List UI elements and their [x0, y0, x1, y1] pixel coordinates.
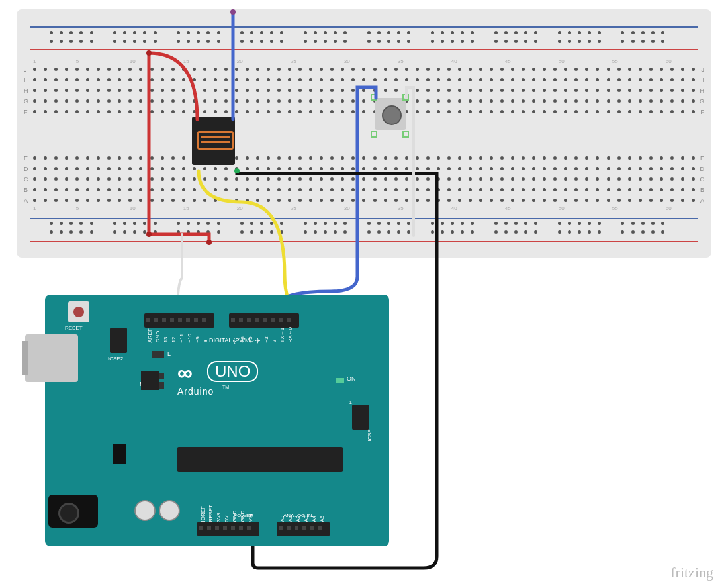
relay-coil-icon — [197, 131, 234, 150]
pushbutton-leg — [402, 131, 409, 138]
breadboard: AABBCCDDEEFFGGHHIIJJ11551010151520202525… — [17, 9, 711, 258]
icsp-pin1: 1 — [349, 399, 352, 405]
barrel-jack — [48, 495, 98, 528]
col-number: 50 — [559, 58, 565, 64]
col-number: 20 — [237, 205, 243, 211]
on-label: ON — [347, 375, 356, 382]
digital-label: DIGITAL (PWM=~) — [209, 337, 259, 344]
col-number: 20 — [237, 58, 243, 64]
pin-IOREF[interactable]: IOREF — [197, 522, 205, 536]
l-label: L — [167, 350, 171, 357]
row-label: G — [700, 98, 704, 105]
row-label: J — [702, 66, 705, 73]
reset-label: RESET — [65, 325, 83, 331]
col-number: 5 — [76, 205, 79, 211]
capacitor — [159, 500, 180, 521]
col-number: 15 — [183, 58, 189, 64]
col-number: 10 — [130, 58, 136, 64]
col-number: 40 — [451, 205, 457, 211]
pin-~9[interactable]: ~9 — [192, 313, 200, 328]
pin-A1[interactable]: A1 — [285, 522, 293, 536]
pin-13[interactable]: 13 — [160, 313, 168, 328]
pin-2[interactable]: 2 — [269, 313, 277, 328]
col-number: 10 — [130, 205, 136, 211]
pin-~5[interactable]: ~5 — [245, 313, 253, 328]
pushbutton-leg — [371, 131, 377, 138]
row-label: B — [700, 187, 704, 193]
col-number: 30 — [344, 58, 350, 64]
pushbutton-leg — [402, 94, 409, 101]
digital-header-upper: AREFGND1312~11~10~98 — [144, 313, 214, 328]
tm-label: TM — [222, 385, 229, 389]
rail-bot-pos — [30, 241, 698, 242]
row-label: I — [702, 77, 704, 83]
analog-header: A0A1A2A3A4A5 — [277, 522, 330, 536]
relay-component — [192, 117, 235, 165]
col-number: 5 — [76, 58, 79, 64]
row-label: D — [24, 166, 28, 172]
pin-VIN[interactable]: VIN — [245, 522, 253, 536]
pin-A2[interactable]: A2 — [293, 522, 300, 536]
pin-12[interactable]: 12 — [168, 313, 176, 328]
col-number: 55 — [612, 58, 618, 64]
capacitor — [134, 500, 156, 521]
row-label: F — [701, 109, 705, 115]
col-number: 25 — [291, 205, 296, 211]
arduino-uno-board: RESET ICSP2 AREFGND1312~11~10~98 7~6~54~… — [45, 295, 389, 546]
pin-A3[interactable]: A3 — [300, 522, 308, 536]
pin-A0[interactable]: A0 — [277, 522, 285, 536]
pin-7[interactable]: 7 — [229, 313, 237, 328]
usb-port — [25, 334, 78, 382]
col-number: 40 — [451, 58, 457, 64]
icsp-header — [352, 405, 369, 430]
pin-TX→1[interactable]: TX→1 — [277, 313, 285, 328]
rail-bot-neg — [30, 218, 698, 219]
pin-A5[interactable]: A5 — [316, 522, 324, 536]
pin-~6[interactable]: ~6 — [237, 313, 245, 328]
power-header: IOREFRESET3V35VGNDGNDVIN — [197, 522, 259, 536]
icsp2-label: ICSP2 — [108, 356, 123, 362]
icsp-label: ICSP — [367, 429, 373, 442]
pin-GND[interactable]: GND — [237, 522, 245, 536]
pin-GND[interactable]: GND — [229, 522, 237, 536]
col-number: 1 — [33, 58, 36, 64]
row-label: H — [24, 87, 28, 94]
row-label: H — [700, 87, 705, 94]
col-number: 35 — [398, 205, 404, 211]
analog-label: ANALOG IN — [283, 513, 312, 518]
col-number: 1 — [33, 205, 36, 211]
pin-~11[interactable]: ~11 — [176, 313, 184, 328]
rail-top-pos — [30, 49, 698, 50]
row-label: D — [700, 166, 705, 172]
col-number: 35 — [398, 58, 404, 64]
pin-GND[interactable]: GND — [152, 313, 160, 328]
col-number: 60 — [666, 58, 672, 64]
pin-AREF[interactable]: AREF — [144, 313, 152, 328]
col-number: 50 — [559, 205, 565, 211]
watermark: fritzing — [670, 564, 713, 581]
pin-4[interactable]: 4 — [253, 313, 261, 328]
row-label: F — [24, 109, 28, 115]
row-label: A — [700, 197, 704, 204]
arduino-logo-icon: ∞ — [177, 361, 193, 385]
pin-~3[interactable]: ~3 — [261, 313, 269, 328]
pin-RX←0[interactable]: RX←0 — [285, 313, 293, 328]
led-on — [336, 378, 344, 383]
pin-3V3[interactable]: 3V3 — [213, 522, 221, 536]
col-number: 25 — [291, 58, 296, 64]
power-label: POWER — [234, 513, 253, 518]
row-label: I — [24, 77, 26, 83]
row-label: C — [24, 176, 28, 183]
pin-RESET[interactable]: RESET — [205, 522, 213, 536]
rail-top-neg — [30, 26, 698, 28]
row-label: C — [700, 176, 705, 183]
pin-~10[interactable]: ~10 — [184, 313, 192, 328]
row-label: B — [24, 187, 28, 193]
reset-button[interactable] — [68, 301, 89, 322]
pin-5V[interactable]: 5V — [221, 522, 229, 536]
pin-A4[interactable]: A4 — [308, 522, 316, 536]
col-number: 60 — [666, 205, 672, 211]
voltage-regulator — [113, 444, 126, 464]
smd-chip — [141, 371, 159, 390]
pin-8[interactable]: 8 — [200, 313, 208, 328]
